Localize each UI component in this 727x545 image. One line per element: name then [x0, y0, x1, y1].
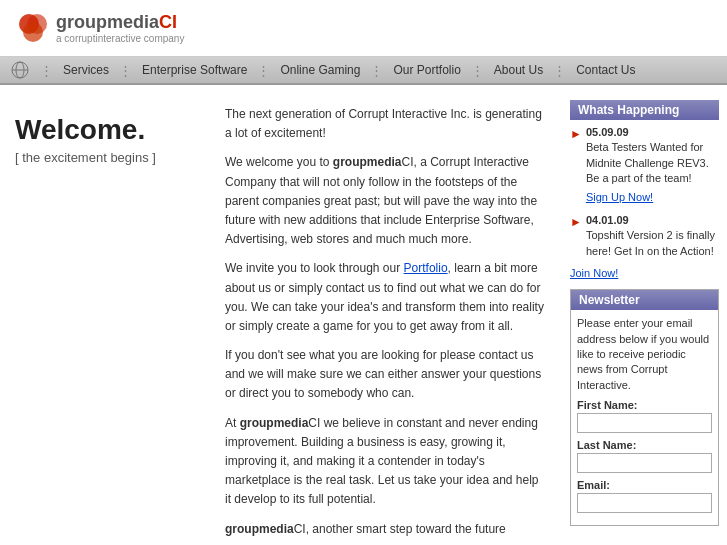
- right-sidebar: Whats Happening ► 05.09.09 Beta Testers …: [562, 95, 727, 545]
- join-now-link[interactable]: Join Now!: [570, 267, 719, 279]
- content-para3: We invite you to look through our Portfo…: [225, 259, 547, 336]
- content-para5-pre: At: [225, 416, 240, 430]
- news-date-1: 05.09.09: [586, 126, 629, 138]
- logo-area: groupmediaCI a corruptinteractive compan…: [15, 10, 184, 46]
- globe-icon: [10, 60, 30, 80]
- whats-happening-section: Whats Happening ► 05.09.09 Beta Testers …: [570, 100, 719, 279]
- news-text-2: Topshift Version 2 is finally here! Get …: [586, 229, 715, 256]
- content-para6: groupmediaCI, another smart step toward …: [225, 520, 547, 539]
- nav-sep-1: ⋮: [40, 63, 53, 78]
- email-label: Email:: [577, 479, 712, 491]
- content-brand1: groupmedia: [333, 155, 402, 169]
- nav-contact-us[interactable]: Contact Us: [568, 63, 643, 77]
- nav-enterprise-software[interactable]: Enterprise Software: [134, 63, 255, 77]
- center-column: The next generation of Corrupt Interacti…: [210, 95, 562, 545]
- left-column: Welcome. [ the excitement begins ]: [0, 95, 210, 545]
- content-brand3: groupmedia: [225, 522, 294, 536]
- portfolio-link[interactable]: Portfolio: [404, 261, 448, 275]
- news-item-2: ► 04.01.09 Topshift Version 2 is finally…: [570, 213, 719, 259]
- welcome-title: Welcome.: [15, 115, 145, 146]
- nav-sep-2: ⋮: [119, 63, 132, 78]
- content-brand2: groupmedia: [240, 416, 309, 430]
- first-name-input[interactable]: [577, 413, 712, 433]
- newsletter-section: Newsletter Please enter your email addre…: [570, 289, 719, 526]
- email-input[interactable]: [577, 493, 712, 513]
- content-para3-pre: We invite you to look through our: [225, 261, 404, 275]
- nav-sep-4: ⋮: [370, 63, 383, 78]
- news-item-1-content: 05.09.09 Beta Testers Wanted for Midnite…: [586, 125, 719, 205]
- welcome-subtitle: [ the excitement begins ]: [15, 150, 156, 165]
- news-arrow-2: ►: [570, 214, 582, 259]
- logo-brand: groupmedia: [56, 12, 159, 32]
- newsletter-title: Newsletter: [571, 290, 718, 310]
- content-para5: At groupmediaCI we believe in constant a…: [225, 414, 547, 510]
- news-text-1: Beta Testers Wanted for Midnite Challeng…: [586, 141, 709, 184]
- last-name-input[interactable]: [577, 453, 712, 473]
- news-arrow-1: ►: [570, 126, 582, 205]
- svg-point-2: [23, 22, 43, 42]
- news-link-1[interactable]: Sign Up Now!: [586, 190, 719, 205]
- content-para2: We welcome you to groupmediaCI, a Corrup…: [225, 153, 547, 249]
- content-para6-post: CI, another smart step toward the future: [294, 522, 506, 536]
- news-item-2-content: 04.01.09 Topshift Version 2 is finally h…: [586, 213, 719, 259]
- content-para1: The next generation of Corrupt Interacti…: [225, 105, 547, 143]
- nav-about-us[interactable]: About Us: [486, 63, 551, 77]
- news-date-2: 04.01.09: [586, 214, 629, 226]
- logo-subtitle: a corruptinteractive company: [56, 33, 184, 44]
- newsletter-desc: Please enter your email address below if…: [577, 316, 712, 393]
- nav-sep-5: ⋮: [471, 63, 484, 78]
- whats-happening-title: Whats Happening: [570, 100, 719, 120]
- nav-sep-3: ⋮: [257, 63, 270, 78]
- header: groupmediaCI a corruptinteractive compan…: [0, 0, 727, 57]
- content-para4: If you don't see what you are looking fo…: [225, 346, 547, 404]
- logo-ci: CI: [159, 12, 177, 32]
- first-name-label: First Name:: [577, 399, 712, 411]
- nav-online-gaming[interactable]: Online Gaming: [272, 63, 368, 77]
- nav-our-portfolio[interactable]: Our Portfolio: [385, 63, 468, 77]
- logo-text: groupmediaCI: [56, 12, 184, 33]
- content-para2-pre: We welcome you to: [225, 155, 333, 169]
- main-nav: ⋮ Services ⋮ Enterprise Software ⋮ Onlin…: [0, 57, 727, 85]
- news-item-1: ► 05.09.09 Beta Testers Wanted for Midni…: [570, 125, 719, 205]
- nav-sep-6: ⋮: [553, 63, 566, 78]
- main-content: Welcome. [ the excitement begins ] The n…: [0, 85, 727, 545]
- last-name-label: Last Name:: [577, 439, 712, 451]
- nav-services[interactable]: Services: [55, 63, 117, 77]
- logo-icon: [15, 10, 51, 46]
